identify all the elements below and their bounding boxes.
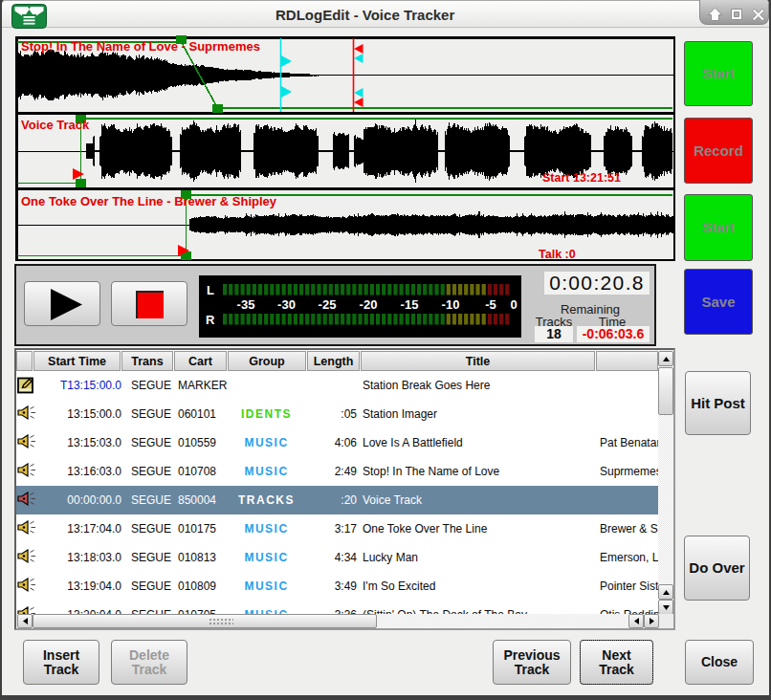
svg-text:-25: -25	[319, 297, 337, 312]
svg-text:-15: -15	[401, 297, 419, 312]
svg-text:Voice Track: Voice Track	[21, 118, 90, 132]
svg-text:-35: -35	[237, 297, 255, 312]
svg-text:-30: -30	[277, 297, 296, 312]
svg-text:L: L	[207, 283, 214, 297]
svg-text:-5: -5	[485, 297, 496, 312]
svg-text:R: R	[206, 313, 215, 327]
svg-text:Talk :0: Talk :0	[539, 248, 576, 261]
svg-text:One Toke Over The Line - Brewe: One Toke Over The Line - Brewer & Shiple…	[21, 194, 277, 208]
svg-text:Stop! In The Name of Love - Su: Stop! In The Name of Love - Suprmemes	[21, 39, 260, 54]
svg-text:-10: -10	[442, 297, 460, 312]
svg-text:0: 0	[510, 297, 517, 312]
svg-text:-20: -20	[360, 297, 378, 312]
svg-text:Start 13:21:51: Start 13:21:51	[542, 171, 621, 185]
